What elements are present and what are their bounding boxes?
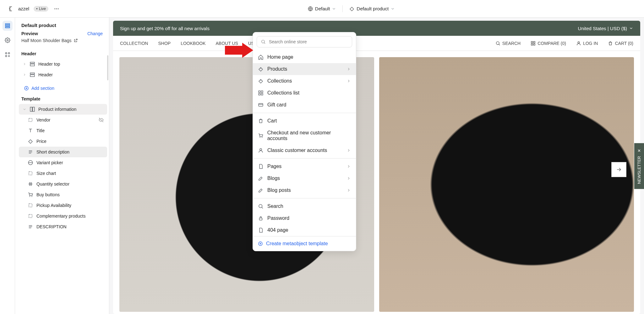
dropdown-item-search[interactable]: Search (253, 200, 356, 212)
home-icon (258, 54, 264, 60)
nav-compare[interactable]: COMPARE (0) (531, 41, 566, 46)
dropdown-item-label: Blog posts (267, 187, 291, 193)
dropdown-item-label: Password (267, 215, 289, 221)
dropdown-item-classic customer accounts[interactable]: Classic customer accounts (253, 144, 356, 156)
product-image-2 (379, 57, 634, 312)
block-short description[interactable]: Short description (19, 147, 107, 157)
dropdown-item-home page[interactable]: Home page (253, 51, 356, 63)
dropdown-item-label: Pages (267, 164, 281, 169)
create-metaobject-template[interactable]: Create metaobject template (253, 236, 356, 251)
dropdown-item-checkout and new customer accounts[interactable]: Checkout and new customer accounts (253, 127, 356, 144)
topbar: azzel Live Default Default product (0, 0, 644, 18)
add-section-button[interactable]: Add section (15, 83, 109, 93)
dropdown-item-pages[interactable]: Pages (253, 160, 356, 172)
promo-text: Sign up and get 20% off for all new arri… (120, 26, 210, 31)
change-preview-link[interactable]: Change (87, 31, 103, 36)
chevron-down-icon (629, 26, 633, 30)
promo-bar: Sign up and get 20% off for all new arri… (113, 21, 640, 36)
cart-icon (28, 192, 33, 198)
dropdown-item-collections list[interactable]: Collections list (253, 87, 356, 99)
nav-cart[interactable]: CART (0) (608, 41, 633, 46)
edit-icon (258, 187, 264, 193)
block-description[interactable]: DESCRIPTION (19, 221, 107, 232)
price-icon (28, 138, 33, 144)
block-complementary products[interactable]: Complementary products (19, 211, 107, 221)
block-vendor[interactable]: Vendor (19, 115, 107, 125)
chevron-right-icon (347, 176, 351, 181)
rail-settings[interactable] (3, 35, 13, 45)
chevron-right-icon (23, 73, 26, 77)
sidebar-section-label: Header top (38, 62, 60, 67)
preview-value-row[interactable]: Half Moon Shoulder Bags (21, 38, 103, 43)
lines-icon (28, 149, 33, 155)
sidebar-title: Default product (21, 23, 103, 28)
section-product-information[interactable]: Product information (19, 104, 107, 115)
nav-login[interactable]: LOG IN (576, 41, 598, 46)
search-icon (495, 41, 500, 46)
create-metaobject-label: Create metaobject template (266, 241, 328, 246)
region-currency[interactable]: United States | USD ($) (578, 26, 633, 31)
block-label: Pickup Availability (36, 203, 71, 208)
preview-label: Preview (21, 31, 38, 36)
more-icon[interactable] (53, 5, 60, 13)
dropdown-item-gift card[interactable]: Gift card (253, 99, 356, 111)
dropdown-item-password[interactable]: Password (253, 212, 356, 224)
rail-sections[interactable] (3, 21, 13, 31)
dropdown-item-products[interactable]: Products (253, 63, 356, 75)
arrow-right-icon (616, 166, 622, 173)
dropdown-item-label: Home page (267, 54, 293, 60)
svg-rect-5 (5, 25, 10, 26)
theme-style-selector[interactable]: Default (306, 5, 338, 13)
block-title[interactable]: Title (19, 125, 107, 136)
dropdown-search[interactable] (257, 36, 352, 47)
svg-point-0 (54, 8, 55, 9)
divider (253, 158, 356, 159)
nav-shop[interactable]: SHOP (158, 41, 171, 46)
carousel-next[interactable] (611, 162, 626, 177)
block-pickup availability[interactable]: Pickup Availability (19, 200, 107, 211)
dropdown-item-cart[interactable]: Cart (253, 115, 356, 127)
svg-rect-17 (33, 107, 35, 111)
sidebar-section-header-0[interactable]: Header top (19, 59, 107, 69)
dropdown-item-label: Search (267, 203, 283, 209)
dropdown-item-blogs[interactable]: Blogs (253, 172, 356, 184)
nav-lookbook[interactable]: LOOKBOOK (181, 41, 205, 46)
svg-point-7 (7, 40, 8, 41)
template-group-label: Template (15, 93, 109, 103)
annotation-arrow (225, 43, 253, 58)
nav-collection[interactable]: COLLECTION (120, 41, 148, 46)
preview-value: Half Moon Shoulder Bags (21, 38, 72, 43)
exit-icon[interactable] (6, 5, 14, 13)
dropdown-item-label: Cart (267, 118, 277, 124)
dropdown-item-collections[interactable]: Collections (253, 75, 356, 87)
page-icon (258, 164, 264, 169)
block-buy buttons[interactable]: Buy buttons (19, 189, 107, 200)
sidebar-section-header-1[interactable]: Header (19, 69, 107, 80)
header-icon (30, 61, 35, 67)
block-variant picker[interactable]: Variant picker (19, 157, 107, 168)
square-icon (28, 203, 33, 208)
nav-search[interactable]: SEARCH (495, 41, 521, 46)
sidebar-section-label: Header (38, 72, 53, 77)
header-group-label: Header (15, 48, 109, 58)
template-selector[interactable]: Default product (347, 5, 397, 13)
dropdown-item-blog posts[interactable]: Blog posts (253, 184, 356, 196)
dropdown-item-label: Gift card (267, 102, 286, 108)
lock-icon (258, 215, 264, 221)
block-size chart[interactable]: Size chart (19, 168, 107, 179)
block-price[interactable]: Price (19, 136, 107, 147)
theme-style-label: Default (315, 6, 330, 11)
plus-circle-icon (24, 86, 29, 91)
scrollbar[interactable] (107, 55, 108, 80)
chevron-right-icon (347, 148, 351, 153)
preview-stage: Sign up and get 20% off for all new arri… (109, 18, 644, 314)
newsletter-tab[interactable]: NEWSLETTER ✕ (634, 143, 644, 189)
dropdown-item-404 page[interactable]: 404 page (253, 224, 356, 236)
dropdown-search-input[interactable] (268, 39, 348, 45)
dropdown-item-label: Classic customer accounts (267, 148, 327, 153)
left-rail (0, 18, 15, 314)
cart-icon (258, 133, 264, 138)
rail-apps[interactable] (3, 50, 13, 60)
block-label: Price (36, 139, 46, 144)
block-quantity selector[interactable]: Quantity selector (19, 179, 107, 189)
